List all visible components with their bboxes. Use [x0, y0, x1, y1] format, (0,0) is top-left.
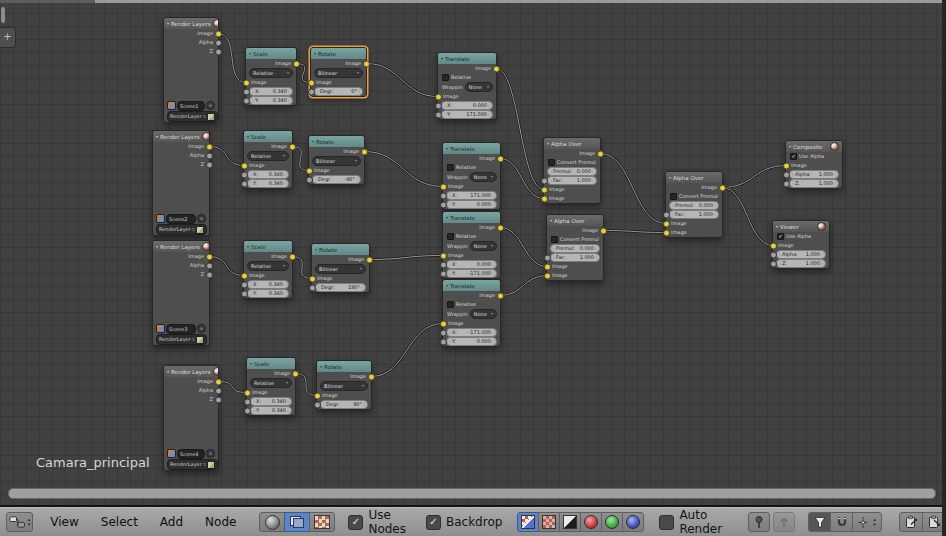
- channel-combined-button[interactable]: [517, 512, 539, 532]
- menu-node[interactable]: Node: [194, 515, 247, 529]
- number-slider[interactable]: Degr:-90°: [312, 175, 361, 184]
- image-socket[interactable]: [497, 224, 504, 231]
- image-socket[interactable]: [770, 242, 777, 249]
- menu-view[interactable]: View: [39, 515, 89, 529]
- value-socket[interactable]: [663, 211, 670, 218]
- node-composite[interactable]: ▾CompositeUse AlphaImageAlpha:1.000Z:1.0…: [785, 140, 843, 189]
- value-socket[interactable]: [440, 338, 447, 345]
- node-header[interactable]: ▾Render Layers: [153, 241, 209, 252]
- number-slider[interactable]: Degr:0°: [314, 87, 363, 96]
- value-socket[interactable]: [206, 262, 213, 269]
- value-socket[interactable]: [783, 171, 790, 178]
- node-rotate4[interactable]: ▾RotateImageBilinear▾ImageDegr:90°: [316, 360, 372, 410]
- number-slider[interactable]: Y:0.000: [446, 337, 497, 346]
- value-socket[interactable]: [306, 176, 313, 183]
- image-socket[interactable]: [663, 220, 670, 227]
- value-socket[interactable]: [243, 97, 250, 104]
- number-slider[interactable]: Y:0.340: [249, 96, 293, 105]
- node-translate1[interactable]: ▾TranslateImageRelativeWrappinNone▾Image…: [437, 52, 497, 120]
- value-socket[interactable]: [243, 88, 250, 95]
- backdrop-checkbox[interactable]: [426, 515, 441, 530]
- number-slider[interactable]: Premul:0.000: [669, 201, 719, 210]
- number-slider[interactable]: Alpha:1.000: [776, 250, 826, 259]
- scene-datablock-icon[interactable]: [156, 214, 165, 223]
- dropdown[interactable]: None▾: [470, 172, 497, 182]
- image-socket[interactable]: [544, 272, 551, 279]
- node-scale1[interactable]: ▾ScaleImageRelative▾ImageX:0.340Y:0.340: [245, 47, 297, 106]
- node-ao3[interactable]: ▾Alpha OverImageConvert PremulPremul:0.0…: [665, 171, 723, 238]
- number-slider[interactable]: Z:1.000: [789, 179, 839, 188]
- value-socket[interactable]: [440, 201, 447, 208]
- node-header[interactable]: ▾Rotate: [312, 244, 369, 255]
- image-socket[interactable]: [497, 292, 504, 299]
- scene-datablock-icon[interactable]: [156, 324, 165, 333]
- image-socket[interactable]: [440, 183, 447, 190]
- image-socket[interactable]: [597, 150, 604, 157]
- number-slider[interactable]: Degr:90°: [320, 400, 368, 409]
- node-canvas[interactable]: ▾Render LayersImageAlphaZScene1✕RenderLa…: [0, 0, 946, 507]
- collapse-triangle-icon[interactable]: ▾: [547, 141, 549, 146]
- collapse-triangle-icon[interactable]: ▾: [446, 146, 448, 151]
- scene-name-field[interactable]: Scene3: [166, 324, 196, 334]
- render-layer-dropdown[interactable]: RenderLayer⇅: [156, 334, 207, 345]
- value-socket[interactable]: [206, 161, 213, 168]
- checkbox[interactable]: [551, 236, 558, 243]
- collapse-triangle-icon[interactable]: ▾: [156, 134, 158, 139]
- dropdown[interactable]: Relative▾: [247, 151, 289, 161]
- scene-datablock-icon[interactable]: [167, 101, 176, 110]
- node-translate2[interactable]: ▾TranslateImageRelativeWrappinNone▾Image…: [442, 142, 501, 210]
- value-socket[interactable]: [544, 254, 551, 261]
- collapse-triangle-icon[interactable]: ▾: [789, 144, 791, 149]
- value-socket[interactable]: [440, 261, 447, 268]
- value-socket[interactable]: [215, 39, 222, 46]
- image-socket[interactable]: [241, 272, 248, 279]
- image-socket[interactable]: [206, 253, 213, 260]
- number-slider[interactable]: Y:0.000: [446, 200, 497, 209]
- dropdown[interactable]: Bilinear▾: [312, 156, 361, 166]
- scene-name-field[interactable]: Scene4: [177, 449, 205, 459]
- image-socket[interactable]: [544, 263, 551, 270]
- image-socket[interactable]: [366, 256, 373, 263]
- render-layer-dropdown[interactable]: RenderLayer⇅: [167, 111, 218, 122]
- checkbox[interactable]: [447, 164, 454, 171]
- collapse-triangle-icon[interactable]: ▾: [247, 134, 249, 139]
- editor-type-button[interactable]: ▴▾: [6, 512, 33, 532]
- value-socket[interactable]: [241, 281, 248, 288]
- number-slider[interactable]: Premul:0.000: [547, 167, 597, 176]
- image-socket[interactable]: [493, 65, 500, 72]
- number-slider[interactable]: Degr:180°: [315, 283, 366, 292]
- snap-toggle-button[interactable]: [830, 512, 853, 532]
- dropdown[interactable]: Bilinear▾: [314, 68, 363, 78]
- number-slider[interactable]: Premul:0.000: [550, 244, 600, 253]
- node-translate3[interactable]: ▾TranslateImageRelativeWrappinNone▾Image…: [442, 211, 501, 279]
- node-header[interactable]: ▾Composite: [786, 141, 842, 152]
- image-socket[interactable]: [289, 143, 296, 150]
- node-header[interactable]: ▾Rotate: [309, 136, 364, 147]
- collapse-triangle-icon[interactable]: ▾: [249, 51, 251, 56]
- number-slider[interactable]: X:0.000: [446, 260, 497, 269]
- node-rl1[interactable]: ▾Render LayersImageAlphaZScene1✕RenderLa…: [163, 17, 219, 123]
- collapse-triangle-icon[interactable]: ▾: [446, 283, 448, 288]
- image-socket[interactable]: [541, 195, 548, 202]
- value-socket[interactable]: [244, 398, 251, 405]
- value-socket[interactable]: [241, 180, 248, 187]
- scene-name-field[interactable]: Scene1: [177, 101, 205, 111]
- number-slider[interactable]: Fac:1.000: [669, 210, 719, 219]
- node-header[interactable]: ▾Translate: [443, 212, 500, 223]
- value-socket[interactable]: [206, 271, 213, 278]
- collapse-triangle-icon[interactable]: ▾: [312, 139, 314, 144]
- horizontal-scrollbar[interactable]: [8, 488, 936, 499]
- image-socket[interactable]: [440, 320, 447, 327]
- vertical-scrollbar[interactable]: [1, 7, 5, 23]
- image-socket[interactable]: [497, 155, 504, 162]
- render-shortcut-button[interactable]: [808, 512, 831, 532]
- channel-blue-button[interactable]: [622, 512, 644, 532]
- unlink-icon[interactable]: ✕: [197, 324, 206, 333]
- node-header[interactable]: ▾Alpha Over: [544, 138, 600, 149]
- value-socket[interactable]: [241, 171, 248, 178]
- checkbox[interactable]: [447, 233, 454, 240]
- toolshelf-expand-button[interactable]: +: [0, 27, 16, 48]
- number-slider[interactable]: Y:-171.000: [446, 269, 497, 278]
- value-socket[interactable]: [541, 177, 548, 184]
- unlink-icon[interactable]: ✕: [206, 449, 215, 458]
